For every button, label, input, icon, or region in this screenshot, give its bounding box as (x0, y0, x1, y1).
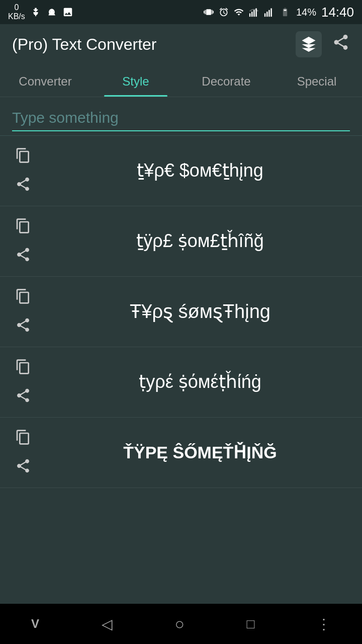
share-button-5[interactable] (15, 458, 31, 476)
copy-icon-5 (15, 429, 31, 445)
svg-rect-3 (255, 9, 257, 17)
search-container (0, 97, 362, 136)
share-icon-3 (15, 317, 31, 333)
tabs-bar: Converter Style Decorate Special (0, 64, 362, 97)
style-text-2: ṯÿρ£ ṩοм£ṯȟîñğ (38, 228, 362, 254)
logo-icon (300, 35, 318, 53)
tab-decorate[interactable]: Decorate (181, 64, 272, 97)
share-button-3[interactable] (15, 317, 31, 336)
share-icon-5 (15, 458, 31, 474)
share-icon-1 (15, 176, 31, 192)
nav-recents-button[interactable]: □ (247, 616, 255, 632)
style-row: ṯ¥ρ€ $οм€ṯhįng (0, 136, 362, 206)
vibrate-icon (204, 7, 214, 17)
signal-icon (249, 7, 259, 17)
style-row: ṭуρέ ṩόмέṭȟίńġ (0, 347, 362, 418)
copy-button-5[interactable] (15, 429, 31, 448)
svg-rect-7 (270, 9, 272, 17)
status-bar: 0KB/s 14% 14:40 (0, 0, 362, 24)
svg-rect-0 (249, 14, 251, 17)
tab-style[interactable]: Style (90, 64, 181, 97)
svg-rect-4 (264, 14, 266, 17)
copy-icon-2 (15, 218, 31, 234)
kb-indicator: 0KB/s (8, 3, 25, 21)
style-text-5: ŤŸΡĘ ŜŐМĘŤȞĮŇĞ (38, 441, 362, 465)
style-text-3: Ŧ¥ρȿ śøмȿŦhįng (38, 298, 362, 325)
style-row: ŤŸΡĘ ŜŐМĘŤȞĮŇĞ (0, 418, 362, 488)
copy-button-3[interactable] (15, 288, 31, 307)
image-icon (62, 7, 73, 18)
copy-button-1[interactable] (15, 147, 31, 166)
style-text-1: ṯ¥ρ€ $οм€ṯhįng (38, 158, 362, 183)
row-4-actions (8, 359, 38, 406)
share-button-4[interactable] (15, 387, 31, 406)
share-icon-2 (15, 247, 31, 263)
search-input[interactable] (12, 105, 350, 131)
share-icon (332, 33, 350, 51)
style-text-4: ṭуρέ ṩόмέṭȟίńġ (38, 369, 362, 394)
status-left: 0KB/s (8, 3, 73, 21)
copy-icon-4 (15, 359, 31, 375)
app-bar: (Pro) Text Converter (0, 24, 362, 64)
style-row: ṯÿρ£ ṩοм£ṯȟîñğ (0, 206, 362, 277)
battery-percent: 14% (296, 7, 316, 18)
tab-converter[interactable]: Converter (0, 64, 90, 97)
signal2-icon (264, 7, 274, 17)
copy-button-4[interactable] (15, 359, 31, 377)
tab-special[interactable]: Special (272, 64, 362, 97)
copy-button-2[interactable] (15, 218, 31, 236)
nav-back-button[interactable]: ◁ (102, 616, 113, 632)
main-content: ṯ¥ρ€ $οм€ṯhįng ṯÿρ£ ṩοм£ṯȟîñğ (0, 97, 362, 604)
bottom-nav: V ◁ ○ □ ⋮ (0, 604, 362, 644)
share-button-1[interactable] (15, 176, 31, 195)
svg-rect-1 (251, 12, 253, 17)
wifi-icon (234, 7, 244, 17)
nav-v-button[interactable]: V (31, 617, 39, 631)
share-icon-4 (15, 387, 31, 404)
share-button-2[interactable] (15, 247, 31, 265)
usb-icon (30, 7, 41, 18)
svg-rect-5 (266, 12, 268, 17)
app-title: (Pro) Text Converter (12, 35, 157, 54)
nav-home-button[interactable]: ○ (174, 615, 184, 633)
style-list: ṯ¥ρ€ $οм€ṯhįng ṯÿρ£ ṩοм£ṯȟîñğ (0, 136, 362, 488)
row-1-actions (8, 147, 38, 195)
row-2-actions (8, 218, 38, 265)
android-icon (46, 7, 57, 18)
row-5-actions (8, 429, 38, 476)
time: 14:40 (321, 5, 354, 20)
copy-icon-3 (15, 288, 31, 304)
app-bar-actions (296, 31, 350, 57)
status-right: 14% 14:40 (204, 5, 354, 20)
row-3-actions (8, 288, 38, 336)
battery-icon (279, 7, 291, 17)
app-logo-button[interactable] (296, 31, 322, 57)
copy-icon (15, 147, 31, 164)
style-row: Ŧ¥ρȿ śøмȿŦhįng (0, 277, 362, 347)
alarm-icon (219, 7, 229, 17)
nav-more-button[interactable]: ⋮ (317, 616, 331, 632)
svg-rect-6 (268, 10, 270, 17)
svg-rect-8 (284, 10, 286, 11)
svg-rect-2 (253, 10, 255, 17)
share-button[interactable] (332, 33, 350, 55)
